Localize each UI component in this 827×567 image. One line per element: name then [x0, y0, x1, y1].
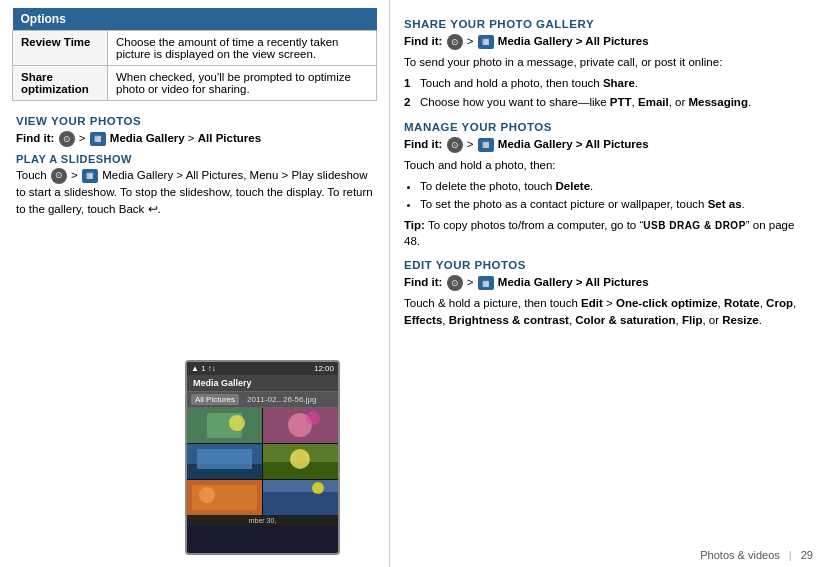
edit-find-it: Find it: ⊙ > ▦ Media Gallery > All Pictu… — [404, 274, 813, 291]
edit-photos-heading: EDIT YOUR PHOTOS — [404, 259, 813, 271]
share-opt-label: Share optimization — [13, 66, 108, 101]
play-slideshow-heading: PLAY A SLIDESHOW — [16, 153, 377, 165]
gallery-icon2: ▦ — [82, 169, 98, 183]
camera-icon4: ⊙ — [447, 275, 463, 291]
manage-bullets: To delete the photo, touch Delete. To se… — [420, 178, 813, 213]
footer-section: Photos & videos — [700, 549, 780, 561]
gallery-icon5: ▦ — [478, 276, 494, 290]
phone-tab-bar: All Pictures 2011-02...26-56.jpg — [187, 392, 338, 408]
gt2: > — [188, 132, 198, 144]
view-photos-heading: VIEW YOUR PHOTOS — [16, 115, 377, 127]
share-opt-desc: When checked, you'll be prompted to opti… — [108, 66, 377, 101]
phone-app-bar: Media Gallery — [187, 375, 338, 392]
all-pictures-tab: All Pictures — [191, 394, 239, 405]
gallery-icon: ▦ — [90, 132, 106, 146]
phone-status-bar: ▲ 1 ↑↓ 12:00 — [187, 362, 338, 375]
page-footer: Photos & videos | 29 — [700, 549, 813, 561]
signal-icon: ▲ 1 ↑↓ — [191, 364, 216, 373]
review-time-desc: Choose the amount of time a recently tak… — [108, 31, 377, 66]
options-table-header: Options — [13, 8, 377, 31]
share-gallery-heading: SHARE YOUR PHOTO GALLERY — [404, 18, 813, 30]
view-photos-section: VIEW YOUR PHOTOS Find it: ⊙ > ▦ Media Ga… — [16, 115, 377, 217]
photo-cell-1 — [187, 408, 262, 443]
svg-rect-8 — [197, 449, 252, 469]
touch-icon: ⊙ — [51, 168, 67, 184]
page-number: 29 — [801, 549, 813, 561]
table-row: Review Time Choose the amount of time a … — [13, 31, 377, 66]
bullet-set-as: To set the photo as a contact picture or… — [420, 196, 813, 213]
step-text-2: Choose how you want to share—like PTT, E… — [420, 94, 751, 111]
share-gallery-section: SHARE YOUR PHOTO GALLERY Find it: ⊙ > ▦ … — [404, 18, 813, 111]
time-display: 12:00 — [314, 364, 334, 373]
usb-drag-label: USB DRAG & DROP — [643, 220, 746, 231]
gallery-icon3: ▦ — [478, 35, 494, 49]
find-it-label: Find it: — [16, 132, 54, 144]
share-step-2: 2 Choose how you want to share—like PTT,… — [404, 94, 813, 111]
options-table: Options Review Time Choose the amount of… — [12, 8, 377, 101]
step-num-1: 1 — [404, 75, 416, 92]
find-it-label2: Find it: — [404, 35, 442, 47]
camera-icon: ⊙ — [59, 131, 75, 147]
photo-cell-3 — [187, 444, 262, 479]
svg-point-14 — [199, 487, 215, 503]
manage-photos-heading: MANAGE YOUR PHOTOS — [404, 121, 813, 133]
svg-point-11 — [290, 449, 310, 469]
manage-photos-section: MANAGE YOUR PHOTOS Find it: ⊙ > ▦ Media … — [404, 121, 813, 249]
left-column: Options Review Time Choose the amount of… — [0, 0, 390, 567]
camera-icon2: ⊙ — [447, 34, 463, 50]
all-pictures-label: All Pictures — [198, 132, 261, 144]
svg-rect-16 — [263, 492, 338, 515]
footer-divider: | — [789, 549, 792, 561]
share-find-it: Find it: ⊙ > ▦ Media Gallery > All Pictu… — [404, 33, 813, 50]
photo-cell-4 — [263, 444, 338, 479]
photo-cell-2 — [263, 408, 338, 443]
share-steps: 1 Touch and hold a photo, then touch Sha… — [404, 75, 813, 111]
manage-find-it: Find it: ⊙ > ▦ Media Gallery > All Pictu… — [404, 136, 813, 153]
find-it-label4: Find it: — [404, 276, 442, 288]
svg-point-2 — [229, 415, 245, 431]
gallery-icon4: ▦ — [478, 138, 494, 152]
find-it-label3: Find it: — [404, 138, 442, 150]
step-num-2: 2 — [404, 94, 416, 111]
gt1: > — [79, 132, 89, 144]
edit-body: Touch & hold a picture, then touch Edit … — [404, 295, 813, 328]
tip-label: Tip: — [404, 219, 425, 231]
manage-intro: Touch and hold a photo, then: — [404, 157, 813, 174]
camera-icon3: ⊙ — [447, 137, 463, 153]
edit-photos-section: EDIT YOUR PHOTOS Find it: ⊙ > ▦ Media Ga… — [404, 259, 813, 328]
tip-text: To copy photos to/from a computer, go to… — [404, 219, 794, 247]
photo-cell-6 — [263, 480, 338, 515]
step-text-1: Touch and hold a photo, then touch Share… — [420, 75, 638, 92]
play-slideshow-body: Touch ⊙ > ▦ Media Gallery > All Pictures… — [16, 167, 377, 217]
photo-grid — [187, 408, 338, 515]
tip-box: Tip: To copy photos to/from a computer, … — [404, 217, 813, 249]
media-gallery-label: Media Gallery — [110, 132, 185, 144]
photo-cell-5 — [187, 480, 262, 515]
review-time-label: Review Time — [13, 31, 108, 66]
photo-date: mber 30, — [187, 515, 338, 526]
phone-screenshot: ▲ 1 ↑↓ 12:00 Media Gallery All Pictures … — [185, 360, 340, 555]
share-intro: To send your photo in a message, private… — [404, 54, 813, 71]
filename-label: 2011-02...26-56.jpg — [247, 395, 316, 404]
svg-point-5 — [306, 411, 320, 425]
svg-point-17 — [312, 482, 324, 494]
share-step-1: 1 Touch and hold a photo, then touch Sha… — [404, 75, 813, 92]
view-photos-find-it: Find it: ⊙ > ▦ Media Gallery > All Pictu… — [16, 130, 377, 147]
right-column: SHARE YOUR PHOTO GALLERY Find it: ⊙ > ▦ … — [390, 0, 827, 567]
table-row: Share optimization When checked, you'll … — [13, 66, 377, 101]
bullet-delete: To delete the photo, touch Delete. — [420, 178, 813, 195]
